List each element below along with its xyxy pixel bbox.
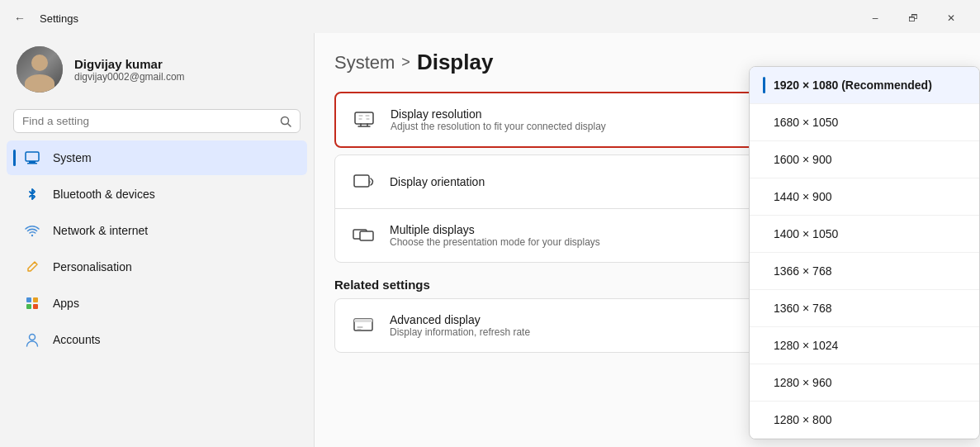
breadcrumb-parent: System — [334, 52, 395, 74]
sidebar-item-apps[interactable]: Apps — [7, 286, 307, 321]
display-resolution-icon — [351, 107, 377, 133]
sidebar-item-network[interactable]: Network & internet — [7, 213, 307, 248]
svg-rect-6 — [26, 297, 31, 302]
dropdown-item-9[interactable]: 1280 × 800 — [750, 402, 979, 439]
user-info: Digvijay kumar digvijay0002@gmail.com — [74, 57, 185, 83]
setting-display-resolution-text: Display resolution Adjust the resolution… — [391, 107, 606, 132]
setting-advanced-display-text: Advanced display Display information, re… — [390, 313, 530, 338]
window-controls: – 🗗 ✕ — [856, 5, 970, 31]
setting-multiple-displays-text: Multiple displays Choose the presentatio… — [390, 223, 600, 248]
dropdown-label-0: 1920 × 1080 (Recommended) — [774, 78, 932, 92]
dropdown-item-8[interactable]: 1280 × 960 — [750, 364, 979, 402]
resolution-dropdown-scroll[interactable]: 1920 × 1080 (Recommended)1680 × 10501600… — [750, 67, 979, 439]
dropdown-label-1: 1680 × 1050 — [774, 116, 838, 129]
dropdown-item-6[interactable]: 1360 × 768 — [750, 290, 979, 327]
setting-display-orientation-title: Display orientation — [390, 175, 485, 188]
search-input[interactable] — [22, 115, 273, 127]
sidebar-item-system[interactable]: System — [7, 140, 307, 175]
breadcrumb-current: Display — [417, 50, 494, 75]
advanced-display-icon — [350, 312, 376, 339]
dropdown-label-7: 1280 × 1024 — [774, 339, 838, 352]
svg-rect-11 — [355, 112, 373, 124]
dropdown-label-2: 1600 × 900 — [774, 153, 831, 166]
sidebar-label-personalisation: Personalisation — [53, 260, 132, 273]
close-button[interactable]: ✕ — [932, 5, 970, 31]
dropdown-label-5: 1366 × 768 — [774, 264, 831, 278]
search-box[interactable] — [13, 109, 301, 133]
user-profile: Digvijay kumar digvijay0002@gmail.com — [0, 33, 314, 106]
setting-display-resolution-title: Display resolution — [391, 107, 606, 121]
system-icon — [23, 149, 41, 167]
sidebar-item-bluetooth[interactable]: Bluetooth & devices — [7, 177, 307, 212]
svg-rect-8 — [26, 304, 31, 309]
sidebar-label-accounts: Accounts — [53, 333, 101, 346]
dropdown-item-2[interactable]: 1600 × 900 — [750, 141, 979, 178]
sidebar-label-network: Network & internet — [53, 224, 148, 237]
svg-rect-2 — [26, 152, 39, 161]
window-title: Settings — [40, 12, 78, 25]
brush-icon — [23, 258, 41, 276]
maximize-button[interactable]: 🗗 — [894, 5, 932, 31]
dropdown-label-9: 1280 × 800 — [774, 413, 831, 426]
svg-rect-3 — [29, 161, 36, 163]
dropdown-item-3[interactable]: 1440 × 900 — [750, 178, 979, 216]
setting-display-resolution-desc: Adjust the resolution to fit your connec… — [391, 121, 606, 132]
dropdown-item-5[interactable]: 1366 × 768 — [750, 253, 979, 290]
svg-rect-4 — [27, 163, 37, 164]
svg-rect-12 — [354, 175, 369, 187]
dropdown-label-4: 1400 × 1050 — [774, 227, 838, 240]
setting-multiple-displays-title: Multiple displays — [390, 223, 600, 236]
sidebar-label-apps: Apps — [53, 297, 79, 310]
svg-point-10 — [30, 335, 36, 340]
setting-advanced-display-desc: Display information, refresh rate — [390, 326, 530, 338]
titlebar-left: ← Settings — [10, 8, 78, 28]
app-body: Digvijay kumar digvijay0002@gmail.com — [0, 33, 980, 447]
multiple-displays-icon — [350, 222, 376, 249]
svg-point-5 — [31, 235, 33, 236]
svg-rect-9 — [33, 304, 38, 309]
dropdown-item-0[interactable]: 1920 × 1080 (Recommended) — [750, 67, 979, 104]
svg-rect-16 — [354, 319, 372, 322]
svg-rect-7 — [33, 297, 38, 302]
dropdown-label-3: 1440 × 900 — [774, 190, 831, 203]
display-orientation-icon — [350, 169, 376, 195]
dropdown-label-8: 1280 × 960 — [774, 376, 831, 389]
right-wrapper: System > Display Display re — [314, 33, 980, 447]
dropdown-label-6: 1360 × 768 — [774, 302, 831, 315]
setting-multiple-displays-desc: Choose the presentation mode for your di… — [390, 236, 600, 248]
avatar — [17, 46, 63, 93]
setting-advanced-display-title: Advanced display — [390, 313, 530, 326]
svg-rect-14 — [360, 231, 373, 240]
search-icon — [280, 116, 291, 127]
dropdown-item-7[interactable]: 1280 × 1024 — [750, 327, 979, 364]
user-email: digvijay0002@gmail.com — [74, 71, 185, 83]
accounts-icon — [23, 330, 41, 349]
user-name: Digvijay kumar — [74, 57, 185, 71]
minimize-button[interactable]: – — [856, 5, 894, 31]
apps-icon — [23, 294, 41, 312]
sidebar: Digvijay kumar digvijay0002@gmail.com — [0, 33, 314, 447]
sidebar-label-system: System — [53, 151, 92, 164]
sidebar-item-accounts[interactable]: Accounts — [7, 322, 307, 357]
bluetooth-icon — [23, 185, 41, 203]
network-icon — [23, 221, 41, 240]
setting-display-orientation-text: Display orientation — [390, 175, 485, 188]
titlebar: ← Settings – 🗗 ✕ — [0, 0, 980, 33]
dropdown-item-1[interactable]: 1680 × 1050 — [750, 104, 979, 141]
breadcrumb-arrow: > — [401, 54, 410, 71]
dropdown-item-4[interactable]: 1400 × 1050 — [750, 216, 979, 253]
back-button[interactable]: ← — [10, 8, 30, 28]
sidebar-label-bluetooth: Bluetooth & devices — [53, 188, 155, 201]
resolution-dropdown[interactable]: 1920 × 1080 (Recommended)1680 × 10501600… — [749, 66, 980, 440]
sidebar-item-personalisation[interactable]: Personalisation — [7, 250, 307, 284]
nav-list: System Bluetooth & devices — [0, 140, 314, 358]
svg-line-1 — [288, 123, 291, 126]
